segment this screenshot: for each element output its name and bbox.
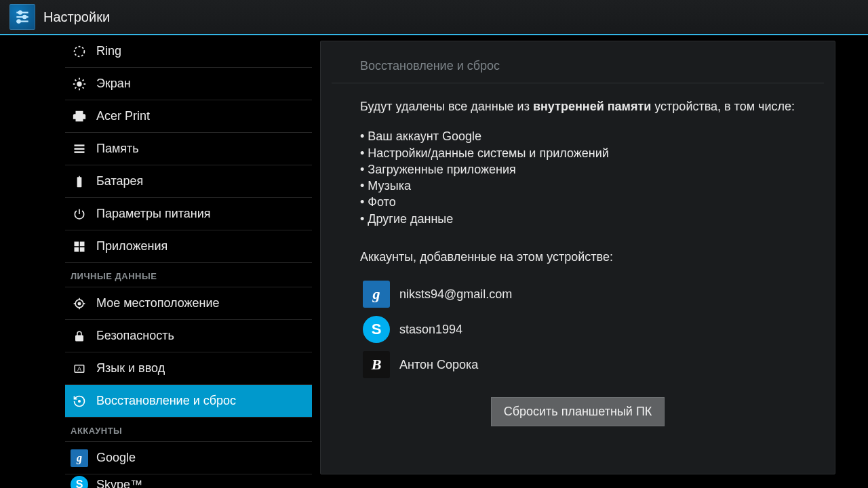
- battery-icon: [71, 173, 88, 190]
- account-row: S stason1994: [360, 316, 795, 343]
- sidebar-item-security[interactable]: Безопасность: [65, 320, 312, 352]
- reset-bullet-list: Ваш аккаунт Google Настройки/данные сист…: [360, 128, 795, 227]
- svg-point-31: [79, 400, 81, 402]
- account-name: niksts94@gmail.com: [399, 287, 512, 302]
- sidebar-item-label: Мое местоположение: [96, 296, 220, 310]
- bullet-item: Музыка: [360, 178, 795, 194]
- sidebar-item-label: Батарея: [96, 174, 143, 188]
- bullet-item: Настройки/данные системы и приложений: [360, 145, 795, 161]
- skype-icon: S: [71, 476, 88, 488]
- language-icon: A: [71, 360, 88, 378]
- svg-rect-18: [75, 151, 85, 153]
- account-name: Антон Сорока: [399, 358, 478, 372]
- power-icon: [71, 205, 88, 223]
- svg-line-13: [83, 87, 84, 88]
- storage-icon: [71, 140, 88, 158]
- apps-icon: [71, 238, 88, 256]
- lock-icon: [71, 327, 88, 345]
- ring-icon: [71, 43, 88, 60]
- sidebar-item-label: Восстановление и сброс: [96, 394, 236, 408]
- bullet-item: Фото: [360, 194, 795, 210]
- google-icon: g: [71, 449, 88, 467]
- settings-sidebar: Ring Экран Acer Print Память Батарея: [0, 35, 312, 488]
- sidebar-item-battery[interactable]: Батарея: [65, 165, 312, 198]
- svg-rect-19: [75, 241, 79, 246]
- sidebar-item-label: Безопасность: [96, 329, 174, 343]
- desc-text: Будут удалены все данные из: [360, 100, 533, 113]
- sidebar-item-ring[interactable]: Ring: [65, 35, 312, 68]
- account-name: stason1994: [399, 323, 462, 337]
- panel-title: Восстановление и сброс: [360, 59, 795, 73]
- sidebar-item-google-account[interactable]: g Google: [65, 442, 312, 474]
- account-row: g niksts94@gmail.com: [360, 281, 795, 308]
- svg-point-24: [78, 302, 80, 304]
- sidebar-item-storage[interactable]: Память: [65, 133, 312, 165]
- desc-text: устройства, в том числе:: [651, 100, 795, 113]
- sidebar-header-accounts: АККАУНТЫ: [65, 418, 312, 442]
- sidebar-item-skype-account[interactable]: S Skype™: [65, 474, 312, 488]
- reset-tablet-button[interactable]: Сбросить планшетный ПК: [491, 397, 665, 426]
- sidebar-item-label: Параметры питания: [96, 207, 211, 221]
- account-row: B Антон Сорока: [360, 351, 795, 378]
- svg-rect-21: [75, 247, 79, 251]
- sidebar-item-location[interactable]: Мое местоположение: [65, 287, 312, 320]
- brightness-icon: [71, 75, 88, 93]
- accounts-heading: Аккаунты, добавленные на этом устройстве…: [360, 250, 795, 264]
- reset-description: Будут удалены все данные из внутренней п…: [360, 98, 795, 115]
- sidebar-item-label: Экран: [96, 77, 131, 91]
- svg-line-15: [83, 79, 84, 81]
- sidebar-item-label: Память: [96, 142, 139, 156]
- svg-point-1: [19, 11, 22, 14]
- sidebar-item-acer-print[interactable]: Acer Print: [65, 100, 312, 133]
- svg-rect-17: [75, 148, 85, 150]
- svg-rect-16: [75, 144, 85, 146]
- svg-rect-22: [80, 247, 85, 251]
- main-panel: Восстановление и сброс Будут удалены все…: [320, 41, 835, 474]
- sidebar-header-personal: ЛИЧНЫЕ ДАННЫЕ: [65, 263, 312, 287]
- svg-line-12: [75, 79, 76, 81]
- bullet-item: Загруженные приложения: [360, 161, 795, 178]
- sidebar-item-backup-reset[interactable]: Восстановление и сброс: [65, 385, 312, 418]
- location-icon: [71, 295, 88, 312]
- restore-icon: [71, 392, 88, 410]
- vk-icon: B: [363, 351, 390, 378]
- svg-point-7: [77, 81, 81, 86]
- sidebar-item-label: Skype™: [96, 478, 142, 489]
- svg-point-5: [17, 20, 20, 22]
- printer-icon: [71, 108, 88, 125]
- sidebar-item-label: Acer Print: [96, 109, 150, 123]
- svg-rect-20: [80, 241, 85, 246]
- bullet-item: Ваш аккаунт Google: [360, 128, 795, 144]
- google-icon: g: [363, 281, 390, 308]
- sidebar-item-label: Ring: [96, 44, 121, 58]
- page-title: Настройки: [43, 9, 110, 25]
- action-bar: Настройки: [0, 0, 868, 35]
- sidebar-item-label: Приложения: [96, 239, 167, 253]
- bullet-item: Другие данные: [360, 211, 795, 227]
- desc-bold: внутренней памяти: [533, 100, 651, 113]
- svg-text:A: A: [77, 366, 81, 372]
- svg-line-14: [75, 87, 76, 88]
- sidebar-item-apps[interactable]: Приложения: [65, 230, 312, 263]
- skype-icon: S: [363, 316, 390, 343]
- sidebar-item-label: Google: [96, 451, 136, 465]
- sidebar-item-language[interactable]: A Язык и ввод: [65, 352, 312, 385]
- sidebar-item-display[interactable]: Экран: [65, 68, 312, 100]
- svg-point-3: [23, 16, 26, 18]
- sidebar-item-power[interactable]: Параметры питания: [65, 198, 312, 230]
- svg-point-6: [75, 46, 85, 56]
- divider: [332, 83, 824, 83]
- sidebar-item-label: Язык и ввод: [96, 361, 165, 375]
- settings-icon: [9, 4, 35, 30]
